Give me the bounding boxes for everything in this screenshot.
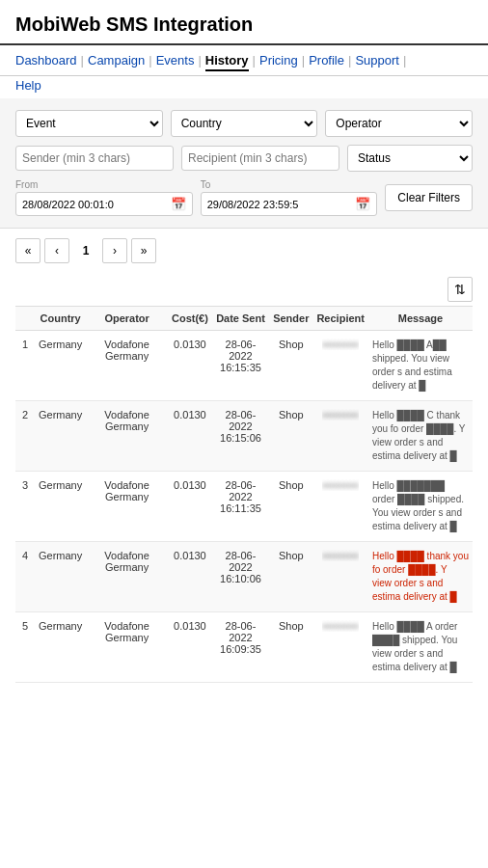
cell-operator: Vodafone Germany — [86, 331, 168, 401]
cell-cost: 0.0130 — [168, 331, 212, 401]
from-date-field: From 📅 — [15, 179, 193, 216]
cell-operator: Vodafone Germany — [86, 612, 168, 683]
nav-events[interactable]: Events — [156, 51, 195, 71]
from-label: From — [15, 179, 193, 190]
cell-operator: Vodafone Germany — [86, 472, 168, 542]
to-date-field: To 📅 — [201, 179, 378, 216]
recipient-input[interactable] — [181, 146, 339, 171]
from-calendar-icon[interactable]: 📅 — [171, 197, 186, 211]
table-container: ⇅ Country Operator Cost(€) Date Sent Sen… — [0, 273, 488, 683]
cell-cost: 0.0130 — [168, 472, 212, 542]
cell-sender: Shop — [269, 542, 312, 612]
cell-message: Hello ████ C thank you fo order ████. Y … — [368, 401, 473, 472]
clear-filters-button[interactable]: Clear Filters — [385, 184, 473, 211]
cell-message: Hello ████ A order ████ shipped. You vie… — [368, 612, 473, 683]
cell-num: 3 — [15, 472, 35, 542]
nav-second-row: Help — [0, 76, 488, 98]
nav-pricing[interactable]: Pricing — [259, 51, 298, 71]
table-row: 5 Germany Vodafone Germany 0.0130 28-06-… — [15, 612, 473, 683]
cell-num: 4 — [15, 542, 35, 612]
cell-recipient: •••••••••• — [312, 331, 368, 401]
first-page-button[interactable]: « — [15, 238, 41, 263]
col-num — [15, 307, 35, 331]
cell-message: Hello ███████ order ████ shipped. You vi… — [368, 472, 473, 542]
table-header-row: Country Operator Cost(€) Date Sent Sende… — [15, 307, 473, 331]
to-date-input[interactable] — [207, 199, 352, 210]
from-date-input[interactable] — [22, 199, 167, 210]
cell-sender: Shop — [269, 331, 312, 401]
cell-operator: Vodafone Germany — [86, 401, 168, 472]
cell-sender: Shop — [269, 612, 312, 683]
operator-filter[interactable]: Operator — [325, 110, 473, 137]
cell-message: Hello ████ A██ shipped. You view order s… — [368, 331, 473, 401]
cell-date: 28-06-2022 16:09:35 — [212, 612, 269, 683]
cell-recipient: •••••••••• — [312, 542, 368, 612]
cell-num: 5 — [15, 612, 35, 683]
date-row: From 📅 To 📅 Clear Filters — [15, 179, 473, 216]
current-page: 1 — [73, 238, 98, 263]
cell-cost: 0.0130 — [168, 612, 212, 683]
next-page-button[interactable]: › — [102, 238, 127, 263]
table-row: 4 Germany Vodafone Germany 0.0130 28-06-… — [15, 542, 473, 612]
prev-page-button[interactable]: ‹ — [44, 238, 69, 263]
cell-cost: 0.0130 — [168, 401, 212, 472]
cell-cost: 0.0130 — [168, 542, 212, 612]
cell-recipient: •••••••••• — [312, 401, 368, 472]
pagination: « ‹ 1 › » — [0, 229, 488, 273]
cell-recipient: •••••••••• — [312, 472, 368, 542]
col-message: Message — [368, 307, 473, 331]
cell-country: Germany — [35, 542, 86, 612]
table-row: 2 Germany Vodafone Germany 0.0130 28-06-… — [15, 401, 473, 472]
page-header: MobiWeb SMS Integration — [0, 0, 488, 45]
col-date-sent: Date Sent — [212, 307, 269, 331]
col-recipient: Recipient — [312, 307, 368, 331]
nav-history[interactable]: History — [205, 51, 249, 71]
cell-country: Germany — [35, 612, 86, 683]
cell-date: 28-06-2022 16:15:06 — [212, 401, 269, 472]
nav-support[interactable]: Support — [355, 51, 399, 71]
sender-input[interactable] — [15, 146, 174, 171]
filter-row-2: Status — [15, 145, 473, 172]
cell-num: 2 — [15, 401, 35, 472]
cell-operator: Vodafone Germany — [86, 542, 168, 612]
event-filter[interactable]: Event — [15, 110, 163, 137]
cell-message: Hello ████ thank you fo order ████. Y vi… — [368, 542, 473, 612]
nav-profile[interactable]: Profile — [309, 51, 344, 71]
cell-recipient: •••••••••• — [312, 612, 368, 683]
cell-num: 1 — [15, 331, 35, 401]
filter-row-1: Event Country Operator — [15, 110, 473, 137]
main-nav: Dashboard | Campaign | Events | History … — [0, 45, 488, 76]
cell-sender: Shop — [269, 472, 312, 542]
cell-date: 28-06-2022 16:15:35 — [212, 331, 269, 401]
cell-country: Germany — [35, 472, 86, 542]
nav-help[interactable]: Help — [15, 78, 41, 93]
col-cost: Cost(€) — [168, 307, 212, 331]
col-sender: Sender — [269, 307, 312, 331]
table-row: 1 Germany Vodafone Germany 0.0130 28-06-… — [15, 331, 473, 401]
table-options: ⇅ — [15, 273, 473, 306]
filters-section: Event Country Operator Status From 📅 To … — [0, 98, 488, 229]
nav-campaign[interactable]: Campaign — [88, 51, 145, 71]
cell-sender: Shop — [269, 401, 312, 472]
col-country: Country — [35, 307, 86, 331]
table-row: 3 Germany Vodafone Germany 0.0130 28-06-… — [15, 472, 473, 542]
cell-date: 28-06-2022 16:10:06 — [212, 542, 269, 612]
to-label: To — [201, 179, 378, 190]
history-table: Country Operator Cost(€) Date Sent Sende… — [15, 306, 473, 683]
col-operator: Operator — [86, 307, 168, 331]
nav-dashboard[interactable]: Dashboard — [15, 51, 77, 71]
last-page-button[interactable]: » — [131, 238, 156, 263]
page-title: MobiWeb SMS Integration — [15, 14, 473, 36]
cell-country: Germany — [35, 401, 86, 472]
table-options-button[interactable]: ⇅ — [447, 277, 473, 302]
country-filter[interactable]: Country — [171, 110, 318, 137]
cell-date: 28-06-2022 16:11:35 — [212, 472, 269, 542]
cell-country: Germany — [35, 331, 86, 401]
status-filter[interactable]: Status — [347, 145, 473, 172]
to-calendar-icon[interactable]: 📅 — [355, 197, 370, 211]
